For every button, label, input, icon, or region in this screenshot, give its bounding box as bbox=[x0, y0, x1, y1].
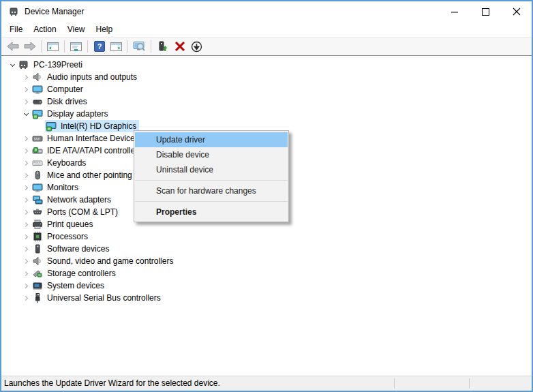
context-menu-properties[interactable]: Properties bbox=[135, 205, 288, 220]
uninstall-device-icon[interactable] bbox=[171, 39, 188, 55]
tree-item-processors[interactable]: Processors bbox=[1, 230, 532, 243]
disable-device-icon[interactable] bbox=[188, 39, 205, 55]
properties-window-icon[interactable] bbox=[67, 39, 85, 55]
expand-chevron[interactable] bbox=[20, 219, 31, 230]
menu-view[interactable]: View bbox=[62, 22, 91, 36]
tree-item-display-adapters[interactable]: Display adapters bbox=[1, 108, 532, 120]
context-menu-separator bbox=[135, 201, 288, 202]
device-manager-window: Device Manager File Action View Help ? bbox=[0, 0, 533, 392]
expand-chevron[interactable] bbox=[20, 72, 31, 82]
tree-item-usb-controllers[interactable]: Universal Serial Bus controllers bbox=[1, 292, 532, 304]
processor-icon bbox=[32, 231, 43, 242]
context-menu-uninstall-device[interactable]: Uninstall device bbox=[135, 162, 288, 177]
display-adapter-icon bbox=[46, 121, 57, 132]
expand-chevron[interactable] bbox=[20, 268, 31, 279]
window-title: Device Manager bbox=[25, 7, 84, 16]
menu-bar: File Action View Help bbox=[1, 22, 532, 37]
tree-item-system-devices[interactable]: System devices bbox=[1, 280, 532, 292]
expand-chevron[interactable] bbox=[20, 133, 31, 144]
ide-controller-icon bbox=[32, 145, 43, 156]
tree-item-disk-drives[interactable]: Disk drives bbox=[1, 95, 532, 108]
expand-chevron[interactable] bbox=[7, 59, 18, 70]
status-bar: Launches the Update Driver Wizard for th… bbox=[1, 376, 532, 391]
expand-chevron[interactable] bbox=[20, 194, 31, 205]
tree-item-audio-inputs[interactable]: Audio inputs and outputs bbox=[1, 71, 532, 83]
mouse-icon bbox=[32, 170, 43, 181]
monitor-icon bbox=[32, 182, 43, 193]
tree-item-software-devices[interactable]: Software devices bbox=[1, 243, 532, 255]
title-bar: Device Manager bbox=[1, 1, 532, 22]
tree-item-computer[interactable]: Computer bbox=[1, 83, 532, 95]
scan-hardware-changes-icon[interactable] bbox=[131, 39, 148, 55]
context-menu-disable-device[interactable]: Disable device bbox=[135, 147, 288, 162]
storage-controller-icon bbox=[32, 268, 43, 279]
menu-file[interactable]: File bbox=[4, 22, 28, 36]
sound-controller-icon bbox=[32, 256, 43, 267]
software-device-icon bbox=[32, 243, 43, 254]
hid-icon bbox=[32, 133, 43, 144]
keyboard-icon bbox=[32, 157, 43, 168]
computer-icon bbox=[18, 59, 29, 70]
speaker-icon bbox=[32, 72, 43, 82]
forward-icon[interactable] bbox=[21, 39, 38, 55]
expand-chevron[interactable] bbox=[20, 157, 31, 168]
expand-chevron[interactable] bbox=[20, 207, 31, 217]
status-text: Launches the Update Driver Wizard for th… bbox=[4, 378, 220, 388]
usb-icon bbox=[32, 292, 43, 303]
context-menu-update-driver[interactable]: Update driver bbox=[135, 132, 288, 147]
printer-icon bbox=[32, 219, 43, 230]
show-console-tree-icon[interactable] bbox=[44, 39, 61, 55]
expand-chevron[interactable] bbox=[20, 256, 31, 267]
status-bar-divider bbox=[394, 378, 395, 389]
tree-item-storage-controllers[interactable]: Storage controllers bbox=[1, 267, 532, 280]
close-button[interactable] bbox=[501, 1, 532, 22]
menu-help[interactable]: Help bbox=[91, 22, 119, 36]
context-menu: Update driver Disable device Uninstall d… bbox=[134, 130, 289, 222]
toolbar-separator bbox=[87, 40, 88, 52]
toolbar-separator bbox=[41, 40, 42, 52]
tree-item-sound-controllers[interactable]: Sound, video and game controllers bbox=[1, 255, 532, 267]
toolbar-separator bbox=[151, 40, 151, 52]
monitor-icon bbox=[32, 84, 43, 95]
expand-chevron[interactable] bbox=[20, 280, 31, 291]
minimize-button[interactable] bbox=[440, 1, 470, 22]
help-icon[interactable]: ? bbox=[91, 39, 108, 55]
display-adapter-icon bbox=[32, 108, 43, 119]
expand-chevron[interactable] bbox=[20, 231, 31, 242]
chevron-spacer bbox=[34, 121, 45, 132]
disk-drive-icon bbox=[32, 96, 43, 107]
back-icon[interactable] bbox=[4, 39, 21, 55]
maximize-button[interactable] bbox=[470, 1, 501, 22]
system-device-icon bbox=[32, 280, 43, 291]
expand-chevron[interactable] bbox=[20, 84, 31, 95]
expand-chevron[interactable] bbox=[20, 292, 31, 303]
svg-text:?: ? bbox=[97, 42, 102, 50]
network-adapter-icon bbox=[32, 194, 43, 205]
show-action-pane-icon[interactable] bbox=[108, 39, 125, 55]
serial-port-icon bbox=[32, 207, 43, 217]
toolbar-separator bbox=[127, 40, 128, 52]
context-menu-separator bbox=[135, 180, 288, 181]
expand-chevron[interactable] bbox=[20, 108, 31, 119]
status-bar-divider bbox=[469, 378, 470, 389]
expand-chevron[interactable] bbox=[20, 243, 31, 254]
expand-chevron[interactable] bbox=[20, 182, 31, 193]
context-menu-scan-hardware[interactable]: Scan for hardware changes bbox=[135, 183, 288, 198]
toolbar-separator bbox=[64, 40, 65, 52]
device-manager-app-icon bbox=[8, 6, 19, 17]
toolbar: ? bbox=[1, 37, 532, 56]
expand-chevron[interactable] bbox=[20, 145, 31, 156]
expand-chevron[interactable] bbox=[20, 96, 31, 107]
menu-action[interactable]: Action bbox=[28, 22, 61, 36]
tree-item-computer-root[interactable]: PC-139Preeti bbox=[1, 59, 532, 71]
expand-chevron[interactable] bbox=[20, 170, 31, 181]
update-driver-icon[interactable] bbox=[154, 39, 171, 55]
